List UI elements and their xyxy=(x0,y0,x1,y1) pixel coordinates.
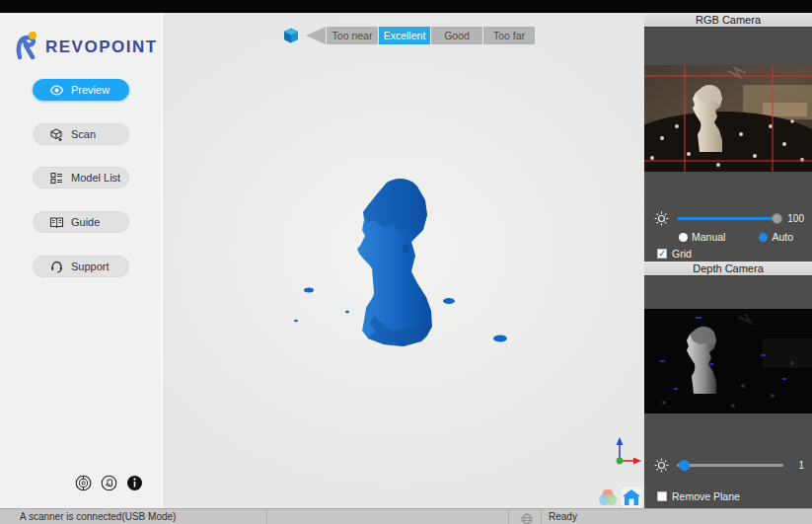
grid-checkbox-row[interactable]: ✓ Grid xyxy=(657,248,692,260)
rgb-camera-header: RGB Camera xyxy=(644,13,812,28)
sidebar-item-support[interactable]: Support xyxy=(33,256,129,277)
brightness-icon xyxy=(654,458,669,473)
revopoint-logo: REVOPOINT xyxy=(14,31,158,64)
color-mode-icon[interactable] xyxy=(597,487,619,508)
home-view-icon[interactable] xyxy=(621,487,642,508)
logo-wordmark: REVOPOINT xyxy=(45,37,158,57)
depth-brightness-value: 1 xyxy=(798,460,804,471)
scan-cube-icon xyxy=(49,127,64,142)
grid-checkbox[interactable]: ✓ xyxy=(657,249,667,259)
rgb-brightness-thumb[interactable] xyxy=(772,213,782,224)
rgb-brightness-slider[interactable] xyxy=(677,217,780,220)
guide-book-icon xyxy=(49,215,64,230)
calibration-icon[interactable] xyxy=(75,475,92,491)
sidebar-item-label: Guide xyxy=(71,216,100,228)
depth-camera-feed xyxy=(644,309,812,413)
radio-dot-auto xyxy=(759,233,768,242)
radio-auto[interactable]: Auto xyxy=(759,231,793,243)
camera-panel: RGB Camera xyxy=(644,13,812,508)
depth-brightness-thumb[interactable] xyxy=(679,460,690,471)
sidebar-item-label: Preview xyxy=(71,84,110,96)
grid-label: Grid xyxy=(672,248,692,260)
radio-manual-label: Manual xyxy=(692,231,725,243)
sidebar-item-label: Model List xyxy=(71,172,120,184)
rgb-camera-title: RGB Camera xyxy=(696,14,761,26)
revoscan-app: REVOPOINT Preview Scan xyxy=(0,0,812,524)
connection-status: A scanner is connected(USB Mode) xyxy=(20,511,176,522)
status-divider xyxy=(541,509,542,524)
depth-brightness-row: 1 xyxy=(654,457,804,473)
feedback-icon[interactable] xyxy=(101,475,117,491)
network-icon xyxy=(521,511,533,524)
sidebar-item-model-list[interactable]: Model List xyxy=(33,167,129,188)
revopoint-logo-icon xyxy=(14,31,39,64)
ready-status: Ready xyxy=(549,511,577,522)
window-titlebar xyxy=(0,0,812,13)
model-list-icon xyxy=(49,171,64,186)
depth-camera-header: Depth Camera xyxy=(644,262,812,276)
sidebar-item-guide[interactable]: Guide xyxy=(33,211,129,233)
remove-plane-checkbox[interactable] xyxy=(657,491,667,501)
radio-manual[interactable]: Manual xyxy=(679,231,725,243)
support-headset-icon xyxy=(49,260,64,274)
rgb-camera-feed xyxy=(644,65,812,172)
radio-dot-manual xyxy=(679,233,688,242)
viewport-corner-buttons xyxy=(597,487,642,508)
status-divider xyxy=(508,509,509,524)
eye-icon xyxy=(49,83,64,98)
scanned-bust-model[interactable] xyxy=(163,13,644,508)
remove-plane-label: Remove Plane xyxy=(672,490,740,502)
depth-camera-title: Depth Camera xyxy=(693,262,764,274)
sidebar-item-preview[interactable]: Preview xyxy=(33,79,129,101)
axis-gizmo[interactable] xyxy=(605,435,642,472)
info-icon[interactable] xyxy=(126,475,143,491)
depth-brightness-slider[interactable] xyxy=(677,464,783,467)
remove-plane-row[interactable]: Remove Plane xyxy=(657,490,740,502)
rgb-brightness-value: 100 xyxy=(787,213,804,224)
sidebar: REVOPOINT Preview Scan xyxy=(0,13,163,508)
radio-auto-label: Auto xyxy=(772,231,793,243)
status-divider xyxy=(266,509,267,524)
exposure-mode-radios: Manual Auto xyxy=(679,231,793,243)
brightness-icon xyxy=(654,211,669,226)
sidebar-item-label: Support xyxy=(71,261,110,272)
scan-3d-viewport[interactable]: Too near Excellent Good Too far xyxy=(163,13,644,508)
status-bar: A scanner is connected(USB Mode) Ready xyxy=(0,508,812,524)
sidebar-item-scan[interactable]: Scan xyxy=(33,123,129,145)
rgb-brightness-row: 100 xyxy=(654,210,804,226)
sidebar-utility-icons xyxy=(75,475,143,491)
sidebar-item-label: Scan xyxy=(71,128,96,140)
